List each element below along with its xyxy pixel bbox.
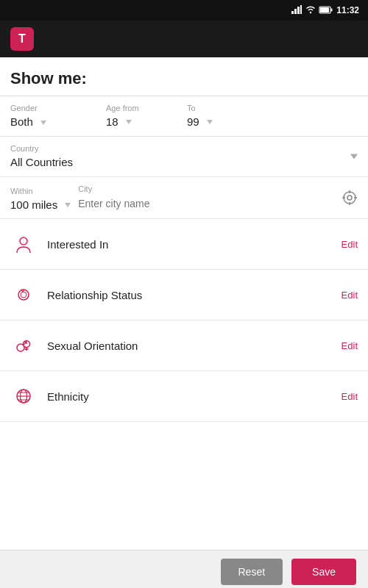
age-to-chevron-icon xyxy=(207,120,213,124)
country-chevron-icon xyxy=(350,154,358,159)
filter-row-relationship-status[interactable]: Relationship Status Edit xyxy=(0,270,368,320)
within-city-row: Within 100 miles City xyxy=(0,177,368,219)
city-label: City xyxy=(78,184,358,193)
interested-in-edit[interactable]: Edit xyxy=(342,239,358,250)
age-from-chevron-icon xyxy=(126,120,132,124)
sexual-orientation-label: Sexual Orientation xyxy=(47,340,331,352)
signal-icon xyxy=(291,5,302,15)
within-label: Within xyxy=(10,187,71,196)
main-content: Show me: Gender Both Age from 18 To 99 C… xyxy=(0,57,368,550)
svg-point-9 xyxy=(347,196,352,200)
age-to-section[interactable]: To 99 xyxy=(180,104,253,129)
svg-rect-2 xyxy=(297,7,300,14)
status-icons: 11:32 xyxy=(291,5,359,15)
age-from-value: 18 xyxy=(106,115,118,128)
filter-row-sexual-orientation[interactable]: Sexual Orientation Edit xyxy=(0,320,368,371)
gender-value: Both xyxy=(10,115,33,128)
filter-row-interested-in[interactable]: Interested In Edit xyxy=(0,219,368,270)
gender-chevron-icon xyxy=(40,121,46,125)
status-time: 11:32 xyxy=(336,5,359,15)
svg-rect-3 xyxy=(300,5,302,14)
gender-icon xyxy=(10,332,37,359)
globe-icon xyxy=(10,383,37,409)
ethnicity-label: Ethnicity xyxy=(47,390,331,403)
age-to-value: 99 xyxy=(187,115,199,128)
wifi-icon xyxy=(305,6,316,15)
gps-icon[interactable] xyxy=(342,190,358,209)
app-header: T xyxy=(0,21,368,57)
city-section: City xyxy=(78,184,358,211)
svg-rect-1 xyxy=(294,9,297,14)
svg-point-16 xyxy=(21,292,26,298)
ring-icon xyxy=(10,282,37,308)
interested-in-label: Interested In xyxy=(47,238,331,251)
city-input[interactable] xyxy=(78,196,358,211)
svg-point-4 xyxy=(310,12,311,13)
svg-point-14 xyxy=(20,237,27,245)
person-icon xyxy=(10,231,37,257)
sexual-orientation-edit[interactable]: Edit xyxy=(342,340,358,351)
gender-section[interactable]: Gender Both xyxy=(10,104,106,129)
svg-point-8 xyxy=(344,192,355,204)
country-label: Country xyxy=(10,144,358,153)
svg-rect-6 xyxy=(320,7,329,12)
gender-age-row: Gender Both Age from 18 To 99 xyxy=(0,96,368,136)
age-to-label: To xyxy=(187,104,253,112)
age-from-section[interactable]: Age from 18 xyxy=(106,104,180,129)
within-value: 100 miles xyxy=(10,198,57,211)
reset-button[interactable]: Reset xyxy=(221,559,283,585)
battery-icon xyxy=(319,6,333,15)
country-value: All Countries xyxy=(10,156,73,168)
page-title: Show me: xyxy=(0,57,368,96)
save-button[interactable]: Save xyxy=(291,559,356,585)
action-bar: Reset Save xyxy=(0,550,368,588)
relationship-status-edit[interactable]: Edit xyxy=(342,290,358,301)
svg-rect-7 xyxy=(331,8,333,11)
app-logo: T xyxy=(10,27,34,51)
ethnicity-edit[interactable]: Edit xyxy=(342,391,358,402)
status-bar: 11:32 xyxy=(0,0,368,21)
gender-label: Gender xyxy=(10,104,106,112)
country-row[interactable]: Country All Countries xyxy=(0,137,368,177)
within-section[interactable]: Within 100 miles xyxy=(10,187,71,211)
within-chevron-icon xyxy=(65,203,71,207)
filter-row-ethnicity[interactable]: Ethnicity Edit xyxy=(0,371,368,422)
relationship-status-label: Relationship Status xyxy=(47,289,331,301)
svg-rect-0 xyxy=(291,11,294,14)
age-from-label: Age from xyxy=(106,104,180,112)
